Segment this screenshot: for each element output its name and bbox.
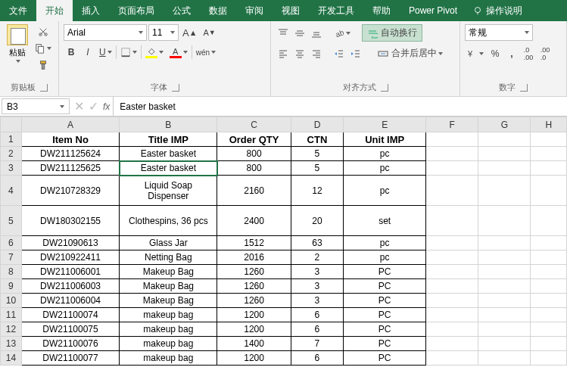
cell[interactable] xyxy=(426,176,478,206)
accounting-format-button[interactable]: ¥ xyxy=(465,46,486,61)
cell[interactable] xyxy=(478,308,531,322)
select-all-corner[interactable] xyxy=(1,117,22,132)
cell[interactable] xyxy=(478,132,531,147)
cell[interactable]: Glass Jar xyxy=(120,236,217,250)
cell[interactable]: 5 xyxy=(291,161,344,176)
cell[interactable] xyxy=(531,337,567,351)
cell[interactable]: CTN xyxy=(291,132,344,147)
align-center-button[interactable] xyxy=(292,46,307,61)
cell[interactable]: 1260 xyxy=(217,265,291,279)
row-header[interactable]: 11 xyxy=(1,308,22,322)
cell[interactable]: 2160 xyxy=(217,176,291,206)
percent-button[interactable]: % xyxy=(488,46,503,61)
name-box[interactable]: B3 xyxy=(2,98,70,114)
cell[interactable] xyxy=(531,308,567,322)
tab-help[interactable]: 帮助 xyxy=(363,0,400,21)
cell[interactable]: DW21100076 xyxy=(21,337,119,351)
cell[interactable]: DW21090613 xyxy=(21,236,119,250)
cell[interactable]: 63 xyxy=(291,236,344,250)
cell[interactable] xyxy=(531,236,567,250)
cell[interactable]: 1512 xyxy=(217,236,291,250)
align-bottom-button[interactable] xyxy=(309,26,324,41)
cell[interactable]: makeup bag xyxy=(120,308,217,322)
row-header[interactable]: 10 xyxy=(1,294,22,308)
row-header[interactable]: 3 xyxy=(1,161,22,176)
cell[interactable]: 3 xyxy=(291,265,344,279)
cancel-icon[interactable]: ✕ xyxy=(74,99,84,114)
cell[interactable] xyxy=(426,294,478,308)
tab-file[interactable]: 文件 xyxy=(0,0,36,21)
italic-button[interactable]: I xyxy=(80,45,95,60)
cell[interactable] xyxy=(426,236,478,250)
cell[interactable]: 12 xyxy=(291,176,344,206)
cell[interactable] xyxy=(478,351,531,366)
cell[interactable]: 6 xyxy=(291,308,344,322)
cell[interactable]: DW211125625 xyxy=(21,161,119,176)
cell[interactable]: PC xyxy=(344,322,426,337)
underline-button[interactable]: U xyxy=(97,45,114,60)
cell[interactable] xyxy=(478,236,531,250)
cell[interactable]: Title IMP xyxy=(120,132,217,147)
decrease-decimal-button[interactable]: .00.0 xyxy=(537,44,553,64)
col-header[interactable]: D xyxy=(291,117,344,132)
cell[interactable]: 1200 xyxy=(217,351,291,366)
cell[interactable]: PC xyxy=(344,308,426,322)
col-header[interactable]: H xyxy=(531,117,567,132)
increase-indent-button[interactable] xyxy=(348,46,363,61)
cell[interactable] xyxy=(478,279,531,294)
cell[interactable]: Order QTY xyxy=(217,132,291,147)
tab-view[interactable]: 视图 xyxy=(273,0,309,21)
cell[interactable]: DW211006003 xyxy=(21,279,119,294)
number-format-select[interactable]: 常规 xyxy=(465,24,533,41)
cell[interactable]: 6 xyxy=(291,351,344,366)
cell[interactable]: DW211125624 xyxy=(21,147,119,161)
cell[interactable]: DW210922411 xyxy=(21,250,119,265)
cell[interactable] xyxy=(478,322,531,337)
col-header[interactable]: G xyxy=(478,117,531,132)
cell[interactable]: DW211006001 xyxy=(21,265,119,279)
increase-font-button[interactable]: A▲ xyxy=(180,25,199,41)
cell[interactable]: PC xyxy=(344,294,426,308)
align-left-button[interactable] xyxy=(276,46,291,61)
row-header[interactable]: 13 xyxy=(1,337,22,351)
tab-pivot[interactable]: Power Pivot xyxy=(400,0,466,21)
spreadsheet[interactable]: A B C D E F G H 1 Item No Title IMP Orde… xyxy=(0,117,567,392)
cell[interactable]: Netting Bag xyxy=(120,250,217,265)
cell[interactable] xyxy=(478,250,531,265)
cell[interactable] xyxy=(531,265,567,279)
cell[interactable]: DW211006004 xyxy=(21,294,119,308)
cell[interactable]: 800 xyxy=(217,147,291,161)
col-header[interactable]: B xyxy=(120,117,217,132)
cell[interactable]: PC xyxy=(344,265,426,279)
cell[interactable]: set xyxy=(344,206,426,236)
cell[interactable] xyxy=(426,265,478,279)
row-header[interactable]: 12 xyxy=(1,322,22,337)
cell[interactable] xyxy=(531,132,567,147)
cell[interactable] xyxy=(426,322,478,337)
dialog-launcher[interactable] xyxy=(40,84,48,92)
cell[interactable] xyxy=(478,265,531,279)
cell[interactable]: DW21100074 xyxy=(21,308,119,322)
cell[interactable]: 1260 xyxy=(217,279,291,294)
cell[interactable]: makeup bag xyxy=(120,322,217,337)
cell[interactable] xyxy=(531,176,567,206)
cell[interactable] xyxy=(531,161,567,176)
tab-insert[interactable]: 插入 xyxy=(73,0,109,21)
cell[interactable] xyxy=(531,206,567,236)
tab-home[interactable]: 开始 xyxy=(36,0,73,21)
cell[interactable]: pc xyxy=(344,176,426,206)
cell[interactable] xyxy=(478,294,531,308)
row-header[interactable]: 4 xyxy=(1,176,22,206)
row-header[interactable]: 1 xyxy=(1,132,22,147)
tab-formulas[interactable]: 公式 xyxy=(164,0,200,21)
col-header[interactable]: A xyxy=(21,117,119,132)
cell[interactable]: 7 xyxy=(291,337,344,351)
copy-button[interactable] xyxy=(33,41,54,56)
cell[interactable]: DW21100077 xyxy=(21,351,119,366)
row-header[interactable]: 14 xyxy=(1,351,22,366)
cell[interactable] xyxy=(426,132,478,147)
cell[interactable] xyxy=(426,308,478,322)
font-color-button[interactable]: A xyxy=(167,45,190,61)
cell[interactable] xyxy=(531,250,567,265)
cell[interactable]: PC xyxy=(344,279,426,294)
